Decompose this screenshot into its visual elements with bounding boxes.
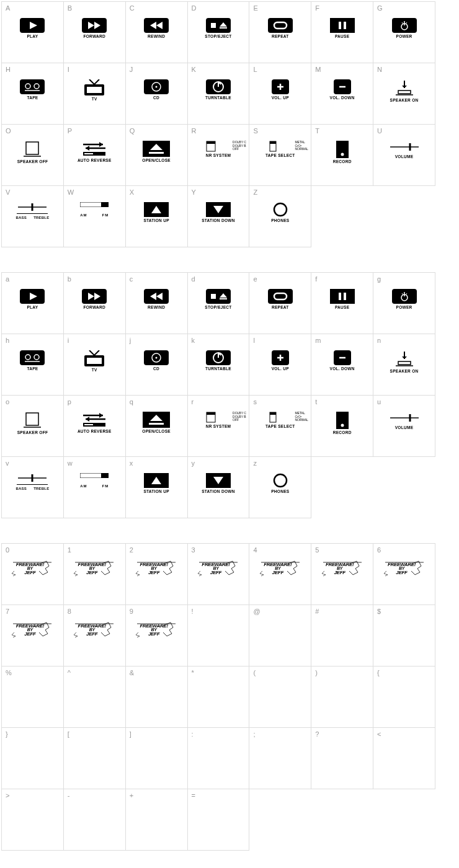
glyph-wrapper: STOP/EJECT [190, 18, 246, 38]
cell-key-label: f [315, 275, 317, 283]
cell-key-label: 0 [6, 546, 9, 554]
charmap-cell: s METALCrO²NORMAL TAPE SELECT [249, 396, 311, 457]
svg-rect-11 [220, 27, 227, 29]
cell-key-label: x [130, 459, 133, 467]
charmap-cell: = [187, 789, 249, 851]
svg-rect-55 [149, 152, 164, 154]
charmap-cell: w AMFM [63, 457, 125, 518]
glyph-label: PLAY [4, 305, 60, 309]
glyph-wrapper: SPEAKER ON [377, 350, 432, 373]
charmap-cell: FPAUSE [311, 2, 373, 63]
glyph-label: POWER [377, 34, 432, 38]
station-down-icon [206, 473, 231, 488]
glyph-label: AUTO REVERSE [66, 158, 122, 162]
svg-rect-116 [398, 361, 411, 365]
glyph-wrapper: FREEWARE! BY JEFF [66, 621, 122, 639]
glyph-wrapper: VOLUME [377, 412, 432, 430]
charmap-cell: fPAUSE [311, 273, 373, 334]
cell-key-label: T [315, 127, 319, 135]
glyph-label: CD [128, 95, 184, 100]
svg-rect-59 [270, 141, 276, 144]
nr-system-lines: DOLBY CDOLBY BOFF [233, 412, 246, 422]
cell-key-label: h [6, 337, 9, 344]
cell-key-label: o [6, 398, 9, 405]
glyph-label: TV [66, 97, 122, 101]
charmap-cell: 0 FREEWARE! BY JEFF [2, 544, 64, 605]
charmap-cell: @ [249, 605, 311, 666]
cell-key-label: ; [253, 730, 255, 738]
freeware-logo-icon: FREEWARE! BY JEFF [11, 560, 54, 577]
cell-key-label: 4 [253, 546, 257, 554]
charmap-cell: nSPEAKER ON [373, 334, 435, 396]
cell-key-label: Z [253, 188, 257, 196]
svg-rect-88 [339, 293, 341, 300]
cell-key-label: y [192, 459, 195, 467]
glyph-label: VOL. DOWN [314, 95, 370, 100]
volume-up-icon [272, 79, 289, 94]
cell-key-label: 5 [315, 546, 319, 554]
glyph-wrapper: REWIND [128, 289, 184, 309]
cell-key-label: # [315, 608, 319, 615]
glyph-label: STATION UP [128, 489, 184, 494]
cell-key-label: g [377, 275, 381, 283]
station-up-icon [144, 473, 169, 488]
phones-icon [273, 473, 288, 488]
glyph-wrapper: AUTO REVERSE [66, 412, 122, 433]
charmap-cell: aPLAY [2, 273, 64, 334]
cell-key-label: k [192, 337, 195, 344]
glyph-label: VOL. UP [252, 95, 308, 100]
cell-key-label: [ [68, 730, 69, 738]
charmap-cell: JCD [125, 63, 187, 125]
svg-rect-82 [211, 294, 216, 299]
glyph-wrapper: VOL. UP [252, 350, 308, 371]
svg-rect-12 [268, 18, 293, 33]
glyph-wrapper: METALCrO²NORMAL TAPE SELECT [252, 412, 308, 428]
svg-rect-9 [211, 23, 216, 28]
glyph-wrapper: BASSTREBLE [4, 473, 60, 490]
tape-select-lines: METALCrO²NORMAL [295, 412, 308, 422]
fm-label: FM [102, 213, 109, 217]
svg-rect-67 [101, 202, 109, 207]
glyph-label: TAPE SELECT [252, 424, 308, 428]
glyph-wrapper: AMFM [66, 202, 122, 217]
speaker-off-icon [19, 141, 46, 158]
charmap-cell: XSTATION UP [125, 186, 187, 247]
cell-key-label: 7 [6, 608, 9, 615]
cell-key-label: D [192, 4, 197, 12]
svg-line-28 [89, 79, 94, 84]
svg-rect-140 [101, 473, 109, 478]
tape-select-icon: METALCrO²NORMAL [252, 141, 308, 152]
glyph-wrapper: FREEWARE! BY JEFF [128, 560, 184, 577]
fm-label: FM [102, 484, 109, 488]
cell-key-label: Q [130, 127, 135, 135]
glyph-wrapper: FREEWARE! BY JEFF [66, 560, 122, 577]
cell-key-label: w [68, 459, 73, 467]
glyph-label: SPEAKER ON [377, 369, 432, 373]
charmap-cell: qOPEN/CLOSE [125, 396, 187, 457]
svg-rect-45 [26, 142, 38, 154]
freeware-logo-icon: FREEWARE! BY JEFF [73, 560, 116, 577]
glyph-wrapper: OPEN/CLOSE [128, 412, 184, 433]
charmap-cell: V BASSTREBLE [2, 186, 64, 247]
cell-key-label: i [68, 337, 69, 344]
cell-key-label: > [6, 792, 9, 799]
glyph-label: TAPE SELECT [252, 153, 308, 157]
glyph-wrapper: DOLBY CDOLBY BOFF NR SYSTEM [190, 141, 246, 157]
svg-rect-89 [344, 293, 346, 300]
charmap-cell: pAUTO REVERSE [63, 396, 125, 457]
charmap-cell: CREWIND [125, 2, 187, 63]
glyph-wrapper: STATION UP [128, 473, 184, 494]
charmap-cell: 7 FREEWARE! BY JEFF [2, 605, 64, 666]
charmap-cell: kTURNTABLE [187, 334, 249, 396]
glyph-wrapper: PHONES [252, 202, 308, 223]
glyph-label: VOLUME [377, 154, 432, 159]
glyph-label: NR SYSTEM [190, 424, 246, 428]
svg-rect-43 [398, 91, 411, 94]
glyph-wrapper: REPEAT [252, 289, 308, 309]
glyph-wrapper: CD [128, 350, 184, 371]
speaker-on-icon [391, 79, 418, 97]
charmap-cell: lVOL. UP [249, 334, 311, 396]
charmap-cell: TRECORD [311, 125, 373, 186]
turntable-icon [206, 350, 231, 365]
cell-key-label: 8 [68, 608, 71, 615]
